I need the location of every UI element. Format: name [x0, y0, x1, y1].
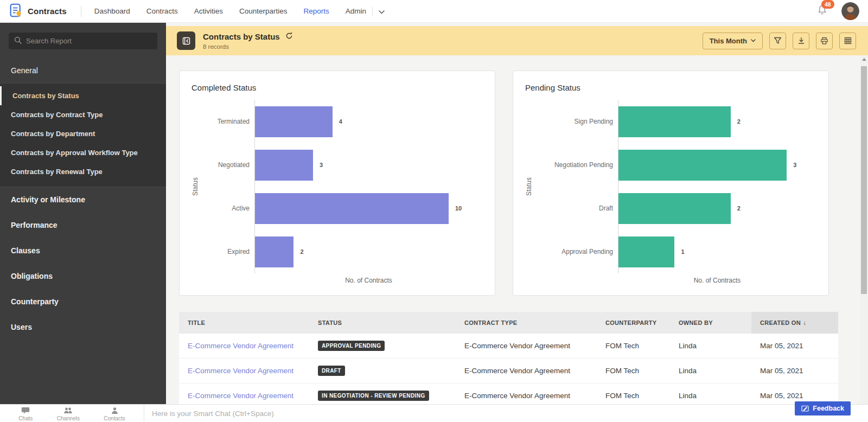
- scrollbar-thumb[interactable]: [861, 66, 867, 294]
- y-axis-label: Status: [192, 177, 200, 196]
- bar-value-label: 4: [339, 118, 342, 125]
- y-axis-label: Status: [525, 177, 534, 196]
- contract-title-link[interactable]: E-Commerce Vendor Agreement: [188, 392, 293, 400]
- contract-title-link[interactable]: E-Commerce Vendor Agreement: [188, 342, 293, 350]
- contacts-tab[interactable]: Contacts: [104, 405, 125, 422]
- primary-nav: Dashboard Contracts Activities Counterpa…: [94, 7, 385, 16]
- completed-status-chart-card: Completed Status Status Terminated 4 Neg…: [179, 71, 495, 296]
- bar-value-label: 2: [737, 118, 741, 125]
- sidebar-sections: Activity or Milestone Performance Clause…: [0, 187, 166, 340]
- contract-title-link[interactable]: E-Commerce Vendor Agreement: [188, 367, 293, 375]
- smart-chat-input[interactable]: Here is your Smart Chat (Ctrl+Space): [144, 405, 868, 422]
- filter-button[interactable]: [769, 33, 786, 49]
- notifications-bell-icon[interactable]: 48: [817, 4, 827, 18]
- column-header-status[interactable]: STATUS: [309, 312, 456, 334]
- report-search: [9, 33, 157, 49]
- chart-bar: [618, 193, 731, 224]
- chats-tab[interactable]: Chats: [18, 405, 33, 422]
- contracts-logo-icon: [9, 3, 23, 20]
- status-badge: APPROVAL PENDING: [318, 341, 385, 351]
- chart-row: Sign Pending 2: [534, 100, 816, 143]
- bar-value-label: 2: [300, 248, 303, 255]
- table-view-button[interactable]: [839, 33, 856, 49]
- general-report-list: Contracts by Status Contracts by Contrac…: [0, 83, 166, 187]
- chart-bar: [255, 236, 293, 267]
- refresh-icon[interactable]: [285, 32, 293, 42]
- sidebar-section-obligations[interactable]: Obligations: [0, 264, 166, 289]
- nav-divider: [81, 6, 81, 17]
- brand-name: Contracts: [28, 7, 67, 16]
- search-report-input[interactable]: [26, 37, 152, 45]
- sidebar-item-contracts-by-status[interactable]: Contracts by Status: [0, 86, 166, 105]
- reports-sidebar: General Contracts by Status Contracts by…: [0, 23, 166, 422]
- sidebar-item-contracts-by-contract-type[interactable]: Contracts by Contract Type: [0, 105, 166, 124]
- top-navbar: Contracts Dashboard Contracts Activities…: [0, 0, 868, 23]
- nav-reports[interactable]: Reports: [303, 7, 329, 15]
- chart-bar: [255, 193, 449, 224]
- status-badge: IN NEGOTIATION - REVIEW PENDING: [318, 391, 429, 401]
- bar-value-label: 1: [681, 248, 684, 255]
- person-icon: [111, 407, 118, 414]
- nav-contracts[interactable]: Contracts: [146, 7, 178, 15]
- chart-row: Active 10: [200, 187, 483, 230]
- sidebar-section-activity-or-milestone[interactable]: Activity or Milestone: [0, 187, 166, 213]
- sidebar-item-contracts-by-approval-workflow-type[interactable]: Contracts by Approval Workflow Type: [0, 143, 166, 162]
- table-row: E-Commerce Vendor Agreement DRAFT E-Comm…: [179, 359, 838, 383]
- column-header-contract-type[interactable]: CONTRACT TYPE: [456, 312, 597, 334]
- feedback-pencil-icon: [801, 405, 809, 412]
- chart-bar: [618, 106, 731, 137]
- bar-value-label: 3: [793, 162, 796, 168]
- collapse-sidebar-button[interactable]: [177, 31, 195, 50]
- column-header-title[interactable]: TITLE: [179, 312, 309, 334]
- chart-row: Negotiated 3: [200, 143, 483, 187]
- period-filter-dropdown[interactable]: This Month: [703, 33, 763, 49]
- chart-row: Negotiation Pending 3: [534, 143, 816, 187]
- bar-value-label: 3: [320, 162, 323, 168]
- nav-activities[interactable]: Activities: [194, 7, 223, 15]
- user-avatar[interactable]: [841, 2, 859, 20]
- table-grid-icon: [844, 37, 852, 44]
- printer-icon: [820, 37, 828, 45]
- column-header-counterparty[interactable]: COUNTERPARTY: [597, 312, 670, 334]
- admin-chevron-down-icon[interactable]: [379, 7, 385, 16]
- sidebar-section-users[interactable]: Users: [0, 315, 166, 340]
- chevron-down-icon: [751, 39, 756, 42]
- notification-count-badge: 48: [821, 0, 834, 9]
- column-header-owned-by[interactable]: OWNED BY: [670, 312, 751, 334]
- report-header-bar: Contracts by Status 8 records This Month: [166, 26, 868, 55]
- sidebar-section-clauses[interactable]: Clauses: [0, 238, 166, 264]
- x-axis-label: No. of Contracts: [525, 277, 816, 284]
- contracts-table: TITLE STATUS CONTRACT TYPE COUNTERPARTY …: [179, 312, 838, 408]
- report-main: Contracts by Status 8 records This Month: [166, 23, 868, 422]
- sidebar-item-contracts-by-department[interactable]: Contracts by Department: [0, 124, 166, 143]
- people-group-icon: [63, 407, 73, 414]
- sidebar-section-counterparty[interactable]: Counterparty: [0, 289, 166, 315]
- sidebar-section-general[interactable]: General: [0, 58, 166, 83]
- pending-status-chart-card: Pending Status Status Sign Pending 2 Neg…: [513, 71, 829, 296]
- chart-row: Terminated 4: [200, 100, 483, 143]
- chart-bar: [255, 150, 313, 181]
- scroll-up-arrow[interactable]: [860, 55, 868, 63]
- nav-dashboard[interactable]: Dashboard: [94, 7, 130, 15]
- nav-admin[interactable]: Admin: [346, 7, 366, 15]
- feedback-button[interactable]: Feedback: [795, 401, 851, 415]
- chart-row: Approval Pending 1: [534, 230, 816, 273]
- sidebar-item-contracts-by-renewal-type[interactable]: Contracts by Renewal Type: [0, 162, 166, 181]
- chat-bubble-icon: [21, 407, 30, 414]
- nav-counterparties[interactable]: Counterparties: [239, 7, 288, 15]
- sidebar-section-performance[interactable]: Performance: [0, 213, 166, 238]
- report-title: Contracts by Status: [203, 32, 280, 41]
- bar-value-label: 2: [737, 205, 741, 212]
- app-logo[interactable]: Contracts: [9, 3, 67, 20]
- table-row: E-Commerce Vendor Agreement APPROVAL PEN…: [179, 334, 838, 359]
- admin-divider: [372, 7, 373, 16]
- chart-row: Expired 2: [200, 230, 483, 273]
- channels-tab[interactable]: Channels: [57, 405, 80, 422]
- vertical-scrollbar: [860, 55, 868, 422]
- download-button[interactable]: [793, 33, 809, 49]
- print-button[interactable]: [816, 33, 833, 49]
- chart-title: Completed Status: [192, 83, 483, 92]
- chart-bar: [618, 150, 787, 181]
- column-header-created-on[interactable]: CREATED ON↓: [751, 312, 838, 334]
- smart-chat-bar: Chats Channels Contacts Here is your Sma…: [0, 404, 868, 422]
